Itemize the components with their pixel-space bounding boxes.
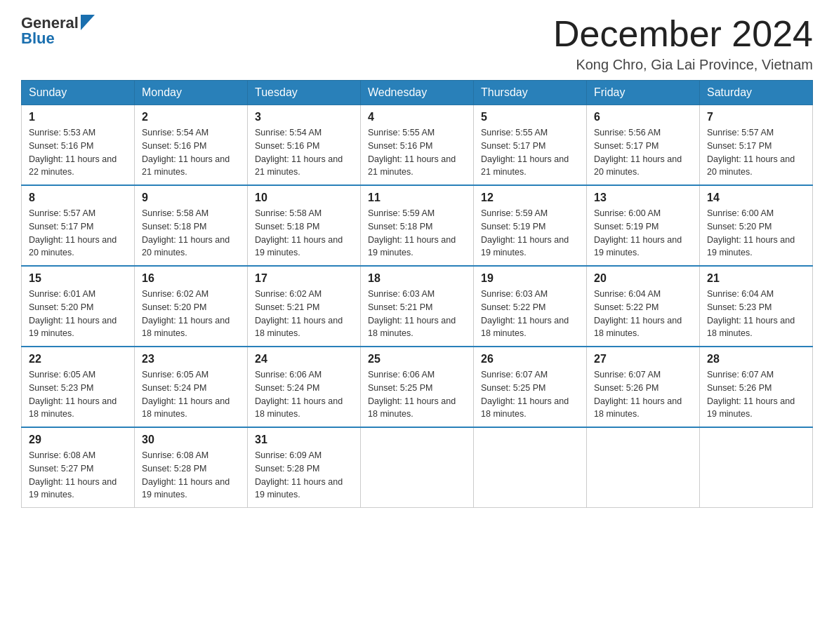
day-number: 13 [594, 192, 692, 204]
day-cell: 29 Sunrise: 6:08 AMSunset: 5:27 PMDaylig… [22, 427, 135, 508]
day-cell: 24 Sunrise: 6:06 AMSunset: 5:24 PMDaylig… [248, 347, 361, 427]
day-info: Sunrise: 5:59 AMSunset: 5:18 PMDaylight:… [368, 207, 466, 260]
day-info: Sunrise: 6:08 AMSunset: 5:28 PMDaylight:… [142, 449, 240, 502]
day-info: Sunrise: 5:57 AMSunset: 5:17 PMDaylight:… [29, 207, 127, 260]
day-info: Sunrise: 6:06 AMSunset: 5:25 PMDaylight:… [368, 368, 466, 421]
header-friday: Friday [587, 81, 700, 105]
day-info: Sunrise: 5:54 AMSunset: 5:16 PMDaylight:… [255, 126, 353, 179]
week-row-1: 1 Sunrise: 5:53 AMSunset: 5:16 PMDayligh… [22, 105, 813, 186]
day-info: Sunrise: 6:05 AMSunset: 5:23 PMDaylight:… [29, 368, 127, 421]
day-number: 24 [255, 353, 353, 365]
day-cell: 15 Sunrise: 6:01 AMSunset: 5:20 PMDaylig… [22, 266, 135, 347]
day-info: Sunrise: 6:07 AMSunset: 5:25 PMDaylight:… [481, 368, 579, 421]
day-number: 7 [707, 111, 805, 123]
day-info: Sunrise: 6:02 AMSunset: 5:20 PMDaylight:… [142, 288, 240, 340]
day-cell [474, 427, 587, 508]
day-cell [700, 427, 813, 508]
day-number: 11 [368, 192, 466, 204]
day-cell: 2 Sunrise: 5:54 AMSunset: 5:16 PMDayligh… [135, 105, 248, 186]
day-info: Sunrise: 6:00 AMSunset: 5:19 PMDaylight:… [594, 207, 692, 260]
day-cell: 16 Sunrise: 6:02 AMSunset: 5:20 PMDaylig… [135, 266, 248, 347]
location-text: Kong Chro, Gia Lai Province, Vietnam [553, 57, 813, 73]
day-info: Sunrise: 6:03 AMSunset: 5:22 PMDaylight:… [481, 288, 579, 340]
day-info: Sunrise: 6:01 AMSunset: 5:20 PMDaylight:… [29, 288, 127, 340]
day-info: Sunrise: 5:55 AMSunset: 5:16 PMDaylight:… [368, 126, 466, 179]
day-info: Sunrise: 6:07 AMSunset: 5:26 PMDaylight:… [594, 368, 692, 421]
day-cell: 28 Sunrise: 6:07 AMSunset: 5:26 PMDaylig… [700, 347, 813, 427]
day-info: Sunrise: 5:55 AMSunset: 5:17 PMDaylight:… [481, 126, 579, 179]
day-info: Sunrise: 6:02 AMSunset: 5:21 PMDaylight:… [255, 288, 353, 340]
day-number: 19 [481, 272, 579, 285]
day-cell: 6 Sunrise: 5:56 AMSunset: 5:17 PMDayligh… [587, 105, 700, 186]
svg-marker-0 [81, 15, 95, 30]
month-title: December 2024 [553, 14, 813, 54]
day-number: 15 [29, 272, 127, 285]
page-header: General Blue December 2024 Kong Chro, Gi… [21, 14, 813, 73]
title-section: December 2024 Kong Chro, Gia Lai Provinc… [553, 14, 813, 73]
day-number: 29 [29, 434, 127, 446]
day-cell: 10 Sunrise: 5:58 AMSunset: 5:18 PMDaylig… [248, 185, 361, 266]
day-cell: 9 Sunrise: 5:58 AMSunset: 5:18 PMDayligh… [135, 185, 248, 266]
day-number: 3 [255, 111, 353, 123]
day-number: 17 [255, 272, 353, 285]
day-number: 6 [594, 111, 692, 123]
day-number: 21 [707, 272, 805, 285]
day-cell: 19 Sunrise: 6:03 AMSunset: 5:22 PMDaylig… [474, 266, 587, 347]
day-number: 26 [481, 353, 579, 365]
day-number: 22 [29, 353, 127, 365]
day-number: 2 [142, 111, 240, 123]
week-row-2: 8 Sunrise: 5:57 AMSunset: 5:17 PMDayligh… [22, 185, 813, 266]
day-cell [587, 427, 700, 508]
day-info: Sunrise: 6:03 AMSunset: 5:21 PMDaylight:… [368, 288, 466, 340]
week-row-5: 29 Sunrise: 6:08 AMSunset: 5:27 PMDaylig… [22, 427, 813, 508]
day-number: 25 [368, 353, 466, 365]
day-cell: 4 Sunrise: 5:55 AMSunset: 5:16 PMDayligh… [361, 105, 474, 186]
day-cell: 5 Sunrise: 5:55 AMSunset: 5:17 PMDayligh… [474, 105, 587, 186]
day-number: 30 [142, 434, 240, 446]
day-info: Sunrise: 5:58 AMSunset: 5:18 PMDaylight:… [255, 207, 353, 260]
header-monday: Monday [135, 81, 248, 105]
day-cell: 20 Sunrise: 6:04 AMSunset: 5:22 PMDaylig… [587, 266, 700, 347]
day-info: Sunrise: 5:59 AMSunset: 5:19 PMDaylight:… [481, 207, 579, 260]
week-row-4: 22 Sunrise: 6:05 AMSunset: 5:23 PMDaylig… [22, 347, 813, 427]
logo: General Blue [21, 14, 95, 48]
day-cell: 25 Sunrise: 6:06 AMSunset: 5:25 PMDaylig… [361, 347, 474, 427]
day-info: Sunrise: 5:53 AMSunset: 5:16 PMDaylight:… [29, 126, 127, 179]
day-cell [361, 427, 474, 508]
day-info: Sunrise: 6:00 AMSunset: 5:20 PMDaylight:… [707, 207, 805, 260]
day-number: 23 [142, 353, 240, 365]
day-info: Sunrise: 6:09 AMSunset: 5:28 PMDaylight:… [255, 449, 353, 502]
day-cell: 12 Sunrise: 5:59 AMSunset: 5:19 PMDaylig… [474, 185, 587, 266]
day-cell: 27 Sunrise: 6:07 AMSunset: 5:26 PMDaylig… [587, 347, 700, 427]
header-sunday: Sunday [22, 81, 135, 105]
day-info: Sunrise: 6:05 AMSunset: 5:24 PMDaylight:… [142, 368, 240, 421]
logo-blue-text: Blue [21, 29, 55, 48]
day-info: Sunrise: 5:57 AMSunset: 5:17 PMDaylight:… [707, 126, 805, 179]
logo-triangle-icon [81, 15, 95, 30]
header-saturday: Saturday [700, 81, 813, 105]
day-cell: 7 Sunrise: 5:57 AMSunset: 5:17 PMDayligh… [700, 105, 813, 186]
day-info: Sunrise: 5:58 AMSunset: 5:18 PMDaylight:… [142, 207, 240, 260]
day-info: Sunrise: 6:04 AMSunset: 5:22 PMDaylight:… [594, 288, 692, 340]
day-number: 10 [255, 192, 353, 204]
day-number: 27 [594, 353, 692, 365]
day-info: Sunrise: 6:04 AMSunset: 5:23 PMDaylight:… [707, 288, 805, 340]
day-cell: 26 Sunrise: 6:07 AMSunset: 5:25 PMDaylig… [474, 347, 587, 427]
day-cell: 22 Sunrise: 6:05 AMSunset: 5:23 PMDaylig… [22, 347, 135, 427]
day-number: 28 [707, 353, 805, 365]
day-cell: 31 Sunrise: 6:09 AMSunset: 5:28 PMDaylig… [248, 427, 361, 508]
day-cell: 23 Sunrise: 6:05 AMSunset: 5:24 PMDaylig… [135, 347, 248, 427]
day-cell: 8 Sunrise: 5:57 AMSunset: 5:17 PMDayligh… [22, 185, 135, 266]
day-number: 8 [29, 192, 127, 204]
day-number: 18 [368, 272, 466, 285]
header-tuesday: Tuesday [248, 81, 361, 105]
day-number: 12 [481, 192, 579, 204]
day-number: 14 [707, 192, 805, 204]
day-info: Sunrise: 6:07 AMSunset: 5:26 PMDaylight:… [707, 368, 805, 421]
day-info: Sunrise: 5:56 AMSunset: 5:17 PMDaylight:… [594, 126, 692, 179]
day-number: 20 [594, 272, 692, 285]
header-wednesday: Wednesday [361, 81, 474, 105]
header-thursday: Thursday [474, 81, 587, 105]
day-cell: 21 Sunrise: 6:04 AMSunset: 5:23 PMDaylig… [700, 266, 813, 347]
day-number: 4 [368, 111, 466, 123]
